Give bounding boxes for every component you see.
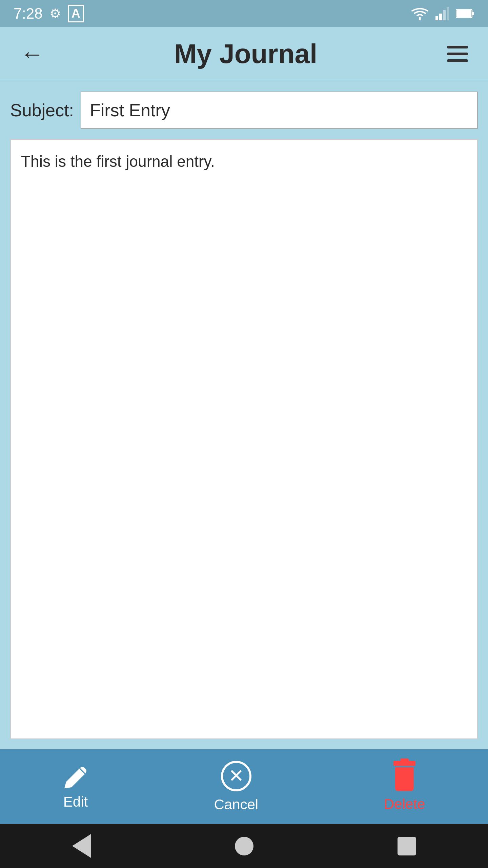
hamburger-line-1 [447,46,468,48]
menu-button[interactable] [444,42,471,65]
wifi-icon [411,7,429,20]
battery-icon [456,8,474,19]
delete-button[interactable]: Delete [384,761,425,812]
edit-icon [63,763,88,789]
subject-label: Subject: [10,100,74,120]
nav-home-button[interactable] [230,832,258,860]
app-title: My Journal [174,38,317,70]
edit-label: Edit [63,794,88,810]
trash-body-wrapper [395,767,414,791]
subject-input[interactable] [81,92,478,129]
svg-rect-6 [456,10,471,17]
nav-bar [0,824,488,868]
content-area: Subject: This is the first journal entry… [0,81,488,749]
nav-back-button[interactable] [68,832,95,860]
app-bar: ← My Journal [0,27,488,81]
cancel-circle: ✕ [221,761,251,791]
svg-rect-2 [443,10,446,20]
cancel-button[interactable]: ✕ Cancel [214,761,258,813]
hamburger-line-2 [447,53,468,55]
accessibility-icon: A [68,5,84,22]
nav-recents-icon [398,837,416,855]
trash-handle [400,758,409,764]
svg-rect-1 [439,14,442,20]
edit-button[interactable]: Edit [63,763,88,810]
hamburger-line-3 [447,59,468,62]
svg-rect-0 [435,16,438,20]
status-right [411,7,474,20]
trash-icon [393,761,415,791]
subject-row: Subject: [10,92,478,129]
svg-rect-5 [472,12,474,15]
back-button[interactable]: ← [17,39,47,69]
status-bar: 7:28 ⚙ A [0,0,488,27]
settings-icon: ⚙ [49,6,61,21]
bottom-bar: Edit ✕ Cancel Delete [0,749,488,824]
status-time: 7:28 [14,5,43,22]
svg-rect-3 [447,7,449,20]
delete-label: Delete [384,796,425,812]
signal-icon [435,7,449,20]
nav-back-icon [72,834,91,858]
trash-body [395,767,414,791]
nav-recents-button[interactable] [393,832,420,860]
cancel-label: Cancel [214,796,258,813]
journal-body[interactable]: This is the first journal entry. [10,139,478,739]
nav-home-icon [235,837,253,855]
cancel-icon: ✕ [228,767,244,785]
status-left: 7:28 ⚙ A [14,5,84,22]
